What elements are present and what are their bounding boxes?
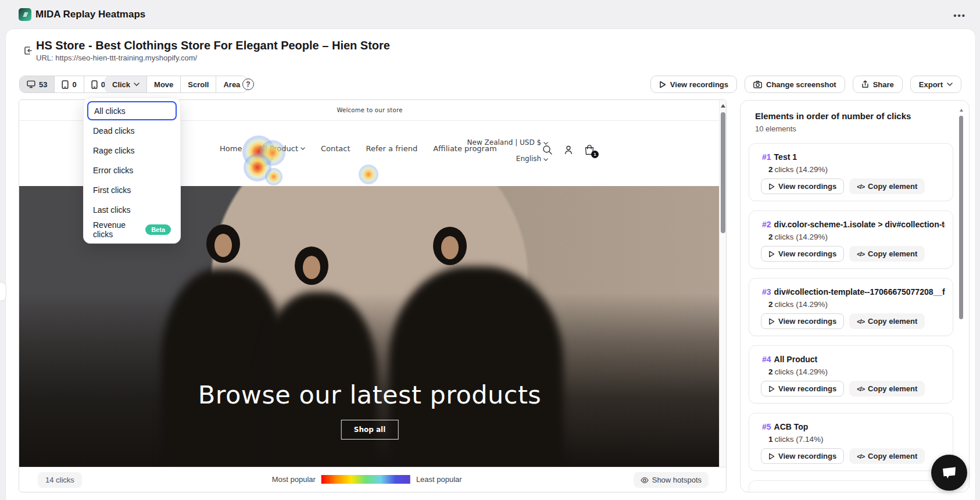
element-name: div.color-scheme-1.isolate > div#collect… xyxy=(774,220,945,229)
store-header-icons: 1 xyxy=(542,144,595,156)
toolbar-actions: View recordings Change screenshot Share … xyxy=(650,76,975,93)
element-card-2: #2div.color-scheme-1.isolate > div#colle… xyxy=(749,210,953,269)
shop-all-button[interactable]: Shop all xyxy=(341,420,399,440)
dropdown-item-all-clicks[interactable]: All clicks xyxy=(87,101,177,120)
element-card-3: #3div#collection-template--1706667507720… xyxy=(749,278,953,336)
element-clicks: 2clicks (14.29%) xyxy=(768,300,828,309)
element-name: ACB Top xyxy=(774,422,809,431)
store-scrollbar[interactable] xyxy=(719,100,726,468)
share-icon xyxy=(861,80,869,88)
export-button[interactable]: Export xyxy=(910,76,961,93)
desktop-icon xyxy=(27,80,35,88)
device-desktop-segment[interactable]: 53 xyxy=(20,76,55,92)
account-icon[interactable] xyxy=(563,144,574,156)
heat-click-point xyxy=(265,168,282,185)
mobile-icon xyxy=(91,80,98,89)
dropdown-item-last-clicks[interactable]: Last clicks xyxy=(87,200,177,219)
legend-bar: 14 clicks Most popular Least popular Sho… xyxy=(19,467,726,492)
total-clicks-badge: 14 clicks xyxy=(38,472,82,488)
scroll-up-arrow-icon[interactable] xyxy=(721,104,725,108)
store-language-selector[interactable]: English xyxy=(516,155,548,163)
view-recordings-button[interactable]: View recordings xyxy=(650,76,737,93)
camera-icon xyxy=(753,81,762,88)
code-icon: </> xyxy=(857,385,864,392)
view-recordings-button[interactable]: View recordings xyxy=(761,246,844,262)
store-nav: Home All Product Contact Refer a friend … xyxy=(220,144,497,153)
share-button[interactable]: Share xyxy=(853,76,903,93)
back-icon[interactable] xyxy=(22,45,33,56)
element-rank: #2 xyxy=(762,220,771,229)
code-icon: </> xyxy=(857,183,864,190)
element-card-6-partial xyxy=(749,480,953,492)
elements-count: 10 elements xyxy=(755,124,796,133)
element-name: Test 1 xyxy=(774,152,797,162)
view-recordings-button[interactable]: View recordings xyxy=(761,448,844,464)
chat-widget-button[interactable] xyxy=(931,455,967,491)
element-card-1: #1Test 1 2clicks (14.29%) View recording… xyxy=(749,143,953,201)
most-popular-label: Most popular xyxy=(272,475,316,484)
cart-count-badge: 1 xyxy=(591,151,599,158)
store-region-selector[interactable]: New Zealand | USD $ xyxy=(467,138,548,147)
element-name: div#collection-template--17066675077208_… xyxy=(774,287,945,297)
app-title: MIDA Replay Heatmaps xyxy=(35,9,145,20)
elements-scrollbar[interactable] xyxy=(959,109,964,484)
view-recordings-button[interactable]: View recordings xyxy=(761,178,844,194)
dropdown-item-first-clicks[interactable]: First clicks xyxy=(87,180,177,199)
view-recordings-button[interactable]: View recordings xyxy=(761,381,844,397)
store-nav-contact[interactable]: Contact xyxy=(321,144,350,153)
elements-panel-title: Elements in order of number of clicks xyxy=(755,111,911,121)
app-topbar: /// MIDA Replay Heatmaps ••• xyxy=(0,0,980,29)
model-silhouette xyxy=(389,266,563,468)
element-clicks: 1clicks (7.14%) xyxy=(768,435,824,444)
store-nav-home[interactable]: Home xyxy=(220,144,242,153)
show-hotspots-button[interactable]: Show hotspots xyxy=(634,472,709,488)
store-nav-all-product[interactable]: All Product xyxy=(257,144,305,153)
mode-move-button[interactable]: Move xyxy=(147,76,181,92)
copy-element-button[interactable]: </>Copy element xyxy=(849,246,925,262)
chat-icon xyxy=(941,465,957,480)
code-icon: </> xyxy=(857,453,864,460)
hero-heading: Browse our latest products xyxy=(19,380,720,409)
change-screenshot-button[interactable]: Change screenshot xyxy=(745,76,845,93)
mode-click-dropdown[interactable]: Click xyxy=(105,76,147,92)
page-card: HS Store - Best Clothings Store For Eleg… xyxy=(6,29,975,500)
dropdown-item-dead-clicks[interactable]: Dead clicks xyxy=(87,121,177,140)
element-card-4: #4All Product 2clicks (14.29%) View reco… xyxy=(749,345,953,403)
dropdown-item-revenue-clicks[interactable]: Revenue clicks Beta xyxy=(87,220,177,239)
model-head xyxy=(433,227,467,265)
play-icon xyxy=(768,453,775,460)
view-recordings-button[interactable]: View recordings xyxy=(761,313,844,329)
play-icon xyxy=(659,81,666,88)
eye-icon xyxy=(641,477,649,484)
mode-scroll-button[interactable]: Scroll xyxy=(181,76,216,92)
model-head xyxy=(206,224,240,263)
help-icon[interactable]: ? xyxy=(242,78,254,90)
dropdown-item-rage-clicks[interactable]: Rage clicks xyxy=(87,141,177,160)
overflow-menu-icon[interactable]: ••• xyxy=(953,10,966,20)
store-nav-refer[interactable]: Refer a friend xyxy=(366,144,418,153)
heat-gradient-bar xyxy=(321,475,410,484)
heat-legend: Most popular Least popular xyxy=(272,475,462,484)
heat-click-point xyxy=(244,153,271,181)
dropdown-item-error-clicks[interactable]: Error clicks xyxy=(87,160,177,180)
play-icon xyxy=(768,251,775,258)
element-clicks: 2clicks (14.29%) xyxy=(768,367,828,376)
copy-element-button[interactable]: </>Copy element xyxy=(849,448,925,464)
element-clicks: 2clicks (14.29%) xyxy=(768,233,828,241)
scrollbar-thumb[interactable] xyxy=(959,116,963,319)
left-edge-handle[interactable] xyxy=(0,282,6,301)
elements-panel: Elements in order of number of clicks 10… xyxy=(740,100,970,492)
copy-element-button[interactable]: </>Copy element xyxy=(849,381,925,397)
page-title: HS Store - Best Clothings Store For Eleg… xyxy=(36,39,390,52)
element-rank: #5 xyxy=(762,422,771,431)
copy-element-button[interactable]: </>Copy element xyxy=(849,313,925,329)
cart-icon[interactable]: 1 xyxy=(584,144,595,156)
device-tablet-segment[interactable]: 0 xyxy=(55,76,84,92)
copy-element-button[interactable]: </>Copy element xyxy=(849,178,925,194)
scroll-up-arrow-icon[interactable] xyxy=(960,109,963,112)
search-icon[interactable] xyxy=(542,144,553,156)
chevron-down-icon xyxy=(301,147,305,150)
play-icon xyxy=(768,318,775,325)
model-head xyxy=(295,247,328,285)
scrollbar-thumb[interactable] xyxy=(721,112,725,233)
